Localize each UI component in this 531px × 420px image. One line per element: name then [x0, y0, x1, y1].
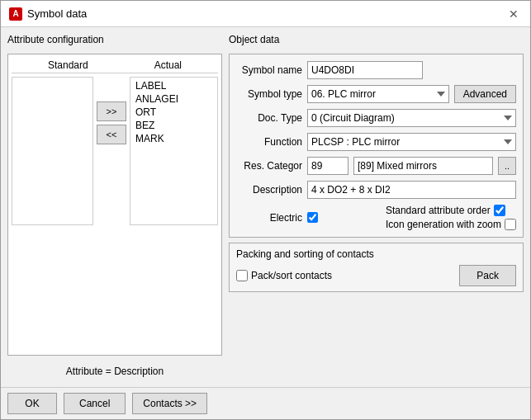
- standard-attr-label: Standard attribute order: [386, 205, 491, 216]
- window-title: Symbol data: [27, 7, 87, 20]
- attr-columns: >> << LABEL ANLAGEI ORT BEZ MARK: [12, 77, 218, 352]
- standard-attr-item: Standard attribute order: [386, 205, 516, 216]
- list-item: ANLAGEI: [134, 92, 214, 106]
- packing-box: Packing and sorting of contacts Pack/sor…: [229, 243, 524, 292]
- advanced-button[interactable]: Advanced: [454, 85, 516, 103]
- packing-title: Packing and sorting of contacts: [236, 248, 516, 260]
- app-icon: A: [9, 7, 22, 21]
- right-checkboxes: Standard attribute order Icon generation…: [386, 205, 516, 230]
- function-label: Function: [236, 136, 302, 148]
- res-small-input[interactable]: [307, 157, 348, 175]
- attr-config-label: Attribute configuration: [7, 34, 222, 45]
- icon-gen-checkbox[interactable]: [505, 219, 516, 230]
- res-categor-label: Res. Categor: [236, 160, 302, 172]
- standard-list[interactable]: [12, 77, 93, 225]
- list-item: LABEL: [134, 79, 214, 92]
- doc-type-select[interactable]: 0 (Circuit Diagram): [307, 109, 516, 127]
- main-window: A Symbol data ✕ Attribute configuration …: [0, 0, 531, 420]
- symbol-type-row: Symbol type 06. PLC mirror Advanced: [236, 85, 516, 103]
- description-label: Description: [236, 184, 302, 196]
- actual-header: Actual: [154, 59, 182, 71]
- electric-label: Electric: [236, 212, 302, 224]
- function-row: Function PLCSP : PLC mirror: [236, 133, 516, 151]
- list-item: ORT: [134, 106, 214, 119]
- symbol-type-select[interactable]: 06. PLC mirror: [307, 85, 449, 103]
- right-panel: Object data Symbol name Symbol type 06. …: [229, 34, 524, 380]
- title-bar: A Symbol data ✕: [1, 1, 530, 27]
- description-row: Description: [236, 181, 516, 199]
- doc-type-label: Doc. Type: [236, 112, 302, 124]
- object-data-label: Object data: [229, 34, 524, 45]
- symbol-name-label: Symbol name: [236, 64, 302, 76]
- attr-config-box: Standard Actual >> << LABEL ANLAGEI ORT …: [7, 54, 222, 356]
- contacts-button[interactable]: Contacts >>: [132, 393, 207, 414]
- title-bar-left: A Symbol data: [9, 7, 87, 21]
- res-button[interactable]: ..: [498, 157, 516, 175]
- attr-header: Standard Actual: [12, 58, 218, 73]
- actual-list[interactable]: LABEL ANLAGEI ORT BEZ MARK: [130, 77, 218, 225]
- attr-description: Attribute = Description: [7, 361, 222, 380]
- list-item: MARK: [134, 132, 214, 145]
- pack-sort-item: Pack/sort contacts: [236, 270, 332, 281]
- attr-arrows: >> <<: [97, 77, 126, 144]
- symbol-type-label: Symbol type: [236, 88, 302, 100]
- cancel-button[interactable]: Cancel: [64, 393, 126, 414]
- ok-button[interactable]: OK: [7, 393, 57, 414]
- standard-attr-checkbox[interactable]: [494, 205, 505, 216]
- res-large-input[interactable]: [353, 157, 493, 175]
- symbol-name-input[interactable]: [307, 61, 423, 79]
- description-input[interactable]: [307, 181, 516, 199]
- main-content: Attribute configuration Standard Actual …: [1, 27, 530, 387]
- electric-checkbox[interactable]: [307, 212, 318, 223]
- icon-gen-label: Icon generation with zoom: [386, 219, 501, 230]
- symbol-name-row: Symbol name: [236, 61, 516, 79]
- move-right-button[interactable]: >>: [97, 101, 126, 121]
- standard-header: Standard: [48, 59, 88, 71]
- move-left-button[interactable]: <<: [97, 125, 126, 144]
- pack-sort-label: Pack/sort contacts: [251, 270, 332, 281]
- close-button[interactable]: ✕: [505, 6, 522, 22]
- doc-type-row: Doc. Type 0 (Circuit Diagram): [236, 109, 516, 127]
- res-categor-row: Res. Categor ..: [236, 157, 516, 175]
- electric-row: Electric Standard attribute order Icon g…: [236, 205, 516, 230]
- object-data-box: Symbol name Symbol type 06. PLC mirror A…: [229, 54, 524, 238]
- pack-button[interactable]: Pack: [459, 265, 516, 286]
- bottom-bar: OK Cancel Contacts >>: [1, 387, 530, 419]
- pack-sort-checkbox[interactable]: [236, 270, 248, 281]
- packing-row: Pack/sort contacts Pack: [236, 265, 516, 286]
- left-panel: Attribute configuration Standard Actual …: [7, 34, 222, 380]
- icon-gen-item: Icon generation with zoom: [386, 219, 516, 230]
- list-item: BEZ: [134, 119, 214, 132]
- function-select[interactable]: PLCSP : PLC mirror: [307, 133, 516, 151]
